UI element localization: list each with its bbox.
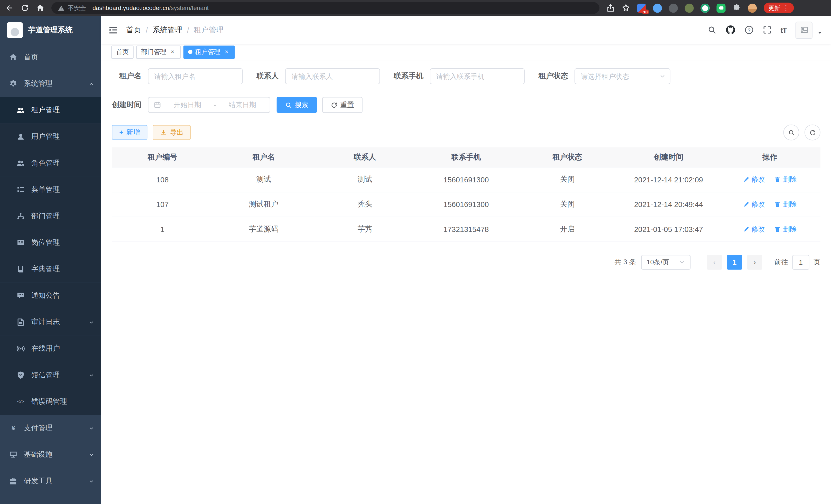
- add-button[interactable]: + 新增: [112, 125, 147, 140]
- home-icon[interactable]: [36, 4, 45, 12]
- address-bar[interactable]: 不安全 dashboard.yudao.iocoder.cn/system/te…: [51, 2, 600, 13]
- date-range-picker[interactable]: 开始日期 - 结束日期: [148, 97, 270, 113]
- extension-icon-4[interactable]: [685, 3, 694, 12]
- refresh-icon: [809, 129, 816, 136]
- cell-actions: 修改 删除: [719, 167, 821, 192]
- sidebar-item-pay[interactable]: ¥ 支付管理: [0, 415, 101, 441]
- sidebar-item-user[interactable]: 用户管理: [0, 124, 101, 150]
- screen: 不安全 dashboard.yudao.iocoder.cn/system/te…: [0, 0, 831, 504]
- cell-tenant-name: 测试: [213, 167, 314, 192]
- reset-button[interactable]: 重置: [322, 97, 363, 113]
- gear-icon: [9, 79, 18, 88]
- monitor-icon: [9, 450, 18, 459]
- warning-icon: [58, 5, 65, 11]
- table-row-1: 1 芋道源码 芋艿 17321315478 开启 2021-01-05 17:0…: [112, 217, 821, 242]
- edit-link[interactable]: 修改: [743, 200, 765, 209]
- browser-menu-icon[interactable]: ⋮: [783, 5, 789, 11]
- people-icon: [17, 106, 25, 115]
- toggle-search-button[interactable]: [783, 125, 799, 141]
- cell-created: 2021-01-05 17:03:47: [618, 217, 719, 242]
- close-icon[interactable]: ×: [169, 49, 176, 56]
- chevron-icon: [88, 319, 94, 325]
- sidebar-item-dev-tool[interactable]: 研发工具: [0, 468, 101, 494]
- chevron-icon: [88, 293, 94, 299]
- font-size-icon[interactable]: tT: [781, 26, 786, 34]
- prev-page-button[interactable]: ‹: [707, 255, 722, 270]
- delete-link[interactable]: 删除: [774, 225, 797, 234]
- page-number-1[interactable]: 1: [727, 255, 742, 270]
- next-page-button[interactable]: ›: [747, 255, 762, 270]
- edit-link[interactable]: 修改: [743, 225, 765, 234]
- search-button[interactable]: 搜索: [277, 97, 317, 113]
- extension-icon-3[interactable]: [669, 3, 678, 12]
- delete-link[interactable]: 删除: [774, 175, 797, 184]
- tenant-name-label: 租户名: [112, 71, 142, 81]
- sidebar-item-online-user[interactable]: 在线用户: [0, 335, 101, 362]
- tab-home[interactable]: 首页 ×: [111, 45, 134, 59]
- sidebar-item-infra[interactable]: 基础设施: [0, 441, 101, 468]
- extension-icon-1[interactable]: 10: [637, 3, 646, 12]
- chevron-icon: [88, 108, 94, 113]
- home-icon: [9, 53, 18, 61]
- sidebar-item-system[interactable]: 系统管理: [0, 70, 101, 97]
- book-icon: [17, 265, 25, 273]
- search-icon[interactable]: [708, 25, 716, 34]
- goto-page-input[interactable]: [792, 255, 809, 270]
- mobile-input[interactable]: [430, 68, 525, 84]
- edit-link[interactable]: 修改: [743, 175, 765, 184]
- update-button[interactable]: 更新 ⋮: [764, 3, 794, 13]
- tab-tenant[interactable]: 租户管理 ×: [183, 45, 235, 59]
- back-icon[interactable]: [5, 4, 14, 12]
- table-row-108: 108 测试 测试 15601691300 关闭 2021-12-14 21:0…: [112, 167, 821, 192]
- profile-avatar[interactable]: [748, 3, 757, 12]
- extension-icon-2[interactable]: [653, 3, 662, 12]
- contact-input[interactable]: [285, 68, 380, 84]
- tenant-name-input[interactable]: [148, 68, 242, 84]
- bookmark-star-icon[interactable]: [622, 4, 630, 12]
- chevron-icon: [88, 425, 94, 431]
- cell-status: 开启: [517, 217, 618, 242]
- page-size-select[interactable]: 10条/页: [641, 255, 691, 270]
- tab-dept[interactable]: 部门管理 ×: [136, 45, 181, 59]
- refresh-icon: [331, 101, 338, 109]
- sidebar-collapse-icon[interactable]: [108, 25, 118, 35]
- cell-created: 2021-12-14 21:02:09: [618, 167, 719, 192]
- sidebar-item-menu[interactable]: 菜单管理: [0, 176, 101, 203]
- fullscreen-icon[interactable]: [763, 25, 771, 34]
- extension-icon-6[interactable]: [717, 3, 726, 12]
- cell-actions: 修改 删除: [719, 192, 821, 217]
- sidebar-menu: 首页 系统管理 租户管理: [0, 44, 101, 504]
- extensions-puzzle-icon[interactable]: [732, 4, 741, 12]
- app-logo[interactable]: 芋道管理系统: [0, 16, 101, 44]
- sidebar-item-audit-log[interactable]: 审计日志: [0, 309, 101, 335]
- user-avatar[interactable]: [796, 22, 812, 38]
- sidebar-item-post[interactable]: 岗位管理: [0, 229, 101, 256]
- export-button[interactable]: 导出: [153, 125, 191, 140]
- delete-link[interactable]: 删除: [774, 200, 797, 209]
- sidebar-item-tenant[interactable]: 租户管理: [0, 97, 101, 123]
- sidebar-item-sms[interactable]: 短信管理: [0, 362, 101, 388]
- share-icon[interactable]: [606, 4, 615, 12]
- sidebar-item-dict[interactable]: 字典管理: [0, 256, 101, 282]
- extension-icon-5[interactable]: [701, 3, 710, 12]
- sidebar-item-role[interactable]: 角色管理: [0, 150, 101, 176]
- cell-tenant-id: 107: [112, 192, 213, 217]
- shield-icon: [17, 371, 25, 379]
- breadcrumb-system[interactable]: 系统管理: [153, 25, 182, 35]
- sidebar-item-home[interactable]: 首页: [0, 44, 101, 70]
- security-label[interactable]: 不安全: [68, 4, 86, 12]
- sidebar-item-error-code[interactable]: </> 错误码管理: [0, 388, 101, 415]
- goto-label: 前往: [774, 258, 788, 267]
- avatar-caret-icon[interactable]: [817, 30, 823, 35]
- sidebar-item-dept[interactable]: 部门管理: [0, 203, 101, 229]
- reload-icon[interactable]: [21, 4, 29, 12]
- sidebar-item-notice[interactable]: 通知公告: [0, 282, 101, 309]
- help-icon[interactable]: ?: [744, 25, 753, 34]
- chevron-icon: [88, 478, 94, 484]
- breadcrumb-home[interactable]: 首页: [126, 25, 141, 35]
- status-select[interactable]: [575, 68, 670, 84]
- refresh-table-button[interactable]: [805, 125, 821, 141]
- close-icon[interactable]: ×: [223, 49, 230, 56]
- badge-icon: [17, 238, 25, 247]
- github-icon[interactable]: [725, 25, 736, 35]
